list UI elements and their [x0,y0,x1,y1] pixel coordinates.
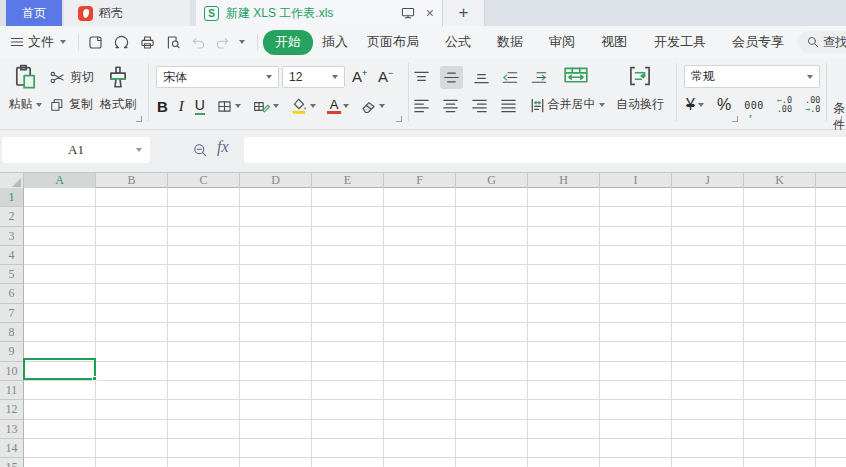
column-header-E[interactable]: E [312,173,384,188]
cell-J1[interactable] [672,188,744,206]
column-header-partial[interactable] [816,173,846,188]
cell-J8[interactable] [672,323,744,341]
cell-C15[interactable] [168,458,240,467]
cell-E15[interactable] [312,458,384,467]
cell-A3[interactable] [24,227,96,245]
cell-C13[interactable] [168,420,240,438]
cell-F4[interactable] [384,246,456,264]
save-button[interactable] [87,26,104,58]
cell-F7[interactable] [384,304,456,322]
cell-B11[interactable] [96,381,168,399]
decrease-indent-icon[interactable] [500,68,520,87]
cell-B1[interactable] [96,188,168,206]
cell-K15[interactable] [744,458,816,467]
cell-J12[interactable] [672,400,744,418]
cell-F10[interactable] [384,362,456,380]
menu-tab-formulas[interactable]: 公式 [445,26,471,58]
cell-I12[interactable] [600,400,672,418]
cell-J9[interactable] [672,342,744,360]
cell-D11[interactable] [240,381,312,399]
cell-partial-3[interactable] [816,227,846,245]
cell-H11[interactable] [528,381,600,399]
align-top-icon[interactable] [412,68,431,87]
cell-B12[interactable] [96,400,168,418]
cell-D6[interactable] [240,284,312,302]
cell-H14[interactable] [528,439,600,457]
cell-C9[interactable] [168,342,240,360]
cell-G15[interactable] [456,458,528,467]
menu-tab-review[interactable]: 审阅 [549,26,575,58]
justify-icon[interactable] [499,96,518,115]
formula-input[interactable] [244,137,846,163]
cell-K7[interactable] [744,304,816,322]
row-header-13[interactable]: 13 [0,420,23,439]
column-header-C[interactable]: C [168,173,240,188]
cell-partial-6[interactable] [816,284,846,302]
row-header-5[interactable]: 5 [0,265,23,284]
cell-partial-7[interactable] [816,304,846,322]
cell-G13[interactable] [456,420,528,438]
close-tab-icon[interactable]: × [426,6,434,20]
cell-partial-8[interactable] [816,323,846,341]
cell-A14[interactable] [24,439,96,457]
cell-E13[interactable] [312,420,384,438]
cell-G4[interactable] [456,246,528,264]
cell-H8[interactable] [528,323,600,341]
cell-A4[interactable] [24,246,96,264]
cell-F2[interactable] [384,207,456,225]
align-middle-button[interactable] [440,66,463,89]
cell-I5[interactable] [600,265,672,283]
merge-center-button[interactable]: 合并居中 [542,63,610,113]
redo-button[interactable] [214,26,231,58]
eraser-button[interactable] [360,98,385,115]
cell-H6[interactable] [528,284,600,302]
cell-B10[interactable] [96,362,168,380]
tab-document[interactable]: S 新建 XLS 工作表.xls × [196,0,443,26]
tab-home[interactable]: 首页 [6,0,62,26]
cell-H10[interactable] [528,362,600,380]
cell-I6[interactable] [600,284,672,302]
dialog-launcher-icon[interactable] [836,116,842,122]
cell-D7[interactable] [240,304,312,322]
cell-K13[interactable] [744,420,816,438]
cell-I3[interactable] [600,227,672,245]
cell-B7[interactable] [96,304,168,322]
cell-B8[interactable] [96,323,168,341]
cell-J14[interactable] [672,439,744,457]
cell-K6[interactable] [744,284,816,302]
cell-C2[interactable] [168,207,240,225]
cell-E3[interactable] [312,227,384,245]
cell-F1[interactable] [384,188,456,206]
cell-I1[interactable] [600,188,672,206]
insert-function-button[interactable]: fx [217,138,229,156]
grow-font-button[interactable]: A+ [352,68,367,85]
cell-I7[interactable] [600,304,672,322]
menu-tab-data[interactable]: 数据 [497,26,523,58]
cell-C1[interactable] [168,188,240,206]
cell-D8[interactable] [240,323,312,341]
tab-docer[interactable]: 稻壳 [64,0,190,26]
menu-tab-view[interactable]: 视图 [601,26,627,58]
cell-K3[interactable] [744,227,816,245]
cell-D10[interactable] [240,362,312,380]
print-preview-button[interactable] [165,26,182,58]
cell-E7[interactable] [312,304,384,322]
new-tab-button[interactable]: + [443,0,485,26]
shrink-font-button[interactable]: A− [378,68,393,85]
fill-handle[interactable] [92,376,97,381]
align-left-icon[interactable] [412,96,431,115]
cell-H3[interactable] [528,227,600,245]
cell-K9[interactable] [744,342,816,360]
cell-K12[interactable] [744,400,816,418]
cell-B4[interactable] [96,246,168,264]
cell-C7[interactable] [168,304,240,322]
menu-tab-member[interactable]: 会员专享 [732,26,784,58]
row-header-14[interactable]: 14 [0,439,23,458]
column-header-A[interactable]: A [24,173,96,188]
cell-A8[interactable] [24,323,96,341]
cell-B13[interactable] [96,420,168,438]
cell-J7[interactable] [672,304,744,322]
hamburger-menu[interactable] [9,26,25,58]
cell-H9[interactable] [528,342,600,360]
row-header-1[interactable]: 1 [0,188,23,207]
